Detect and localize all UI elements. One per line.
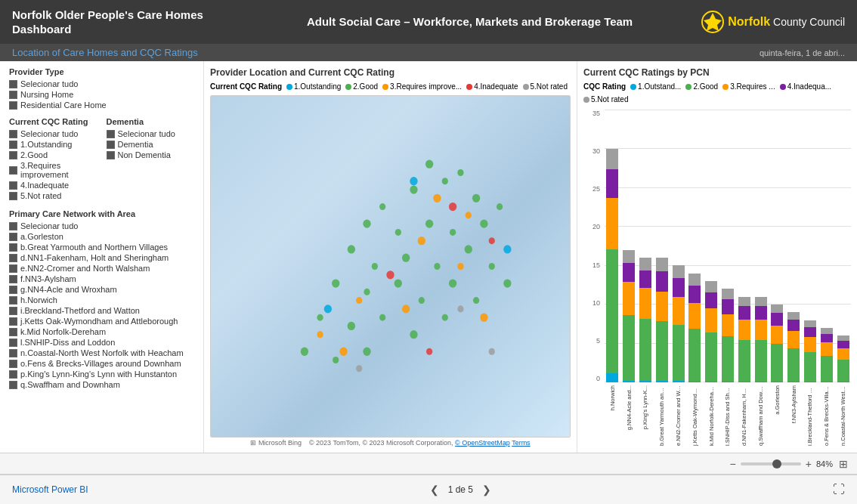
- filter-panel: Provider Type Selecionar tudo Nursing Ho…: [0, 61, 204, 453]
- cb[interactable]: [9, 151, 17, 159]
- pcn-fens[interactable]: o.Fens & Brecks-Villages around Downham: [9, 359, 194, 368]
- pcn-norwich[interactable]: h.Norwich: [9, 295, 194, 305]
- map-panel: Provider Location and Current CQC Rating…: [204, 61, 577, 453]
- cb[interactable]: [9, 317, 17, 326]
- y-label-10: 10: [592, 299, 600, 307]
- cqc-inadequate[interactable]: 4.Inadequate: [9, 181, 97, 190]
- cb[interactable]: [9, 360, 17, 368]
- cb[interactable]: [9, 243, 17, 252]
- pcn-nn3[interactable]: f.NN3-Aylsham: [9, 274, 194, 283]
- openstreetmap-link[interactable]: © OpenStreetMap: [455, 439, 510, 447]
- pcn-item-label: f.NN3-Aylsham: [20, 274, 76, 283]
- chart-legend-outstanding: 1.Outstand...: [630, 82, 681, 91]
- cb[interactable]: [9, 275, 17, 283]
- pcn-nn2[interactable]: e.NN2-Cromer and North Walsham: [9, 264, 194, 273]
- cb[interactable]: [9, 141, 17, 149]
- cb[interactable]: [107, 151, 115, 159]
- pcn-snhip[interactable]: l.SNHIP-Diss and Loddon: [9, 338, 194, 347]
- cb[interactable]: [9, 222, 17, 230]
- cb[interactable]: [9, 339, 17, 347]
- powerbi-link[interactable]: Microsoft Power BI: [12, 484, 88, 495]
- cb[interactable]: [9, 370, 17, 379]
- zoom-slider[interactable]: [741, 462, 801, 465]
- cb[interactable]: [107, 141, 115, 149]
- fullscreen-button[interactable]: ⛶: [833, 483, 845, 496]
- zoom-in-button[interactable]: +: [804, 458, 813, 470]
- cb[interactable]: [9, 233, 17, 241]
- pcn-breckland[interactable]: i.Breckland-Thetford and Watton: [9, 306, 194, 315]
- fit-screen-button[interactable]: ⊞: [839, 458, 848, 470]
- outstanding-dot: [286, 84, 292, 90]
- cqc-good[interactable]: 2.Good: [9, 150, 97, 159]
- bar-segment: [738, 306, 750, 320]
- x-axis-label: l.SNHIP-Diss and Sheringham: [720, 382, 736, 447]
- cb[interactable]: [9, 192, 17, 200]
- svg-point-8: [395, 229, 401, 236]
- cb[interactable]: [9, 264, 17, 273]
- pcn-coastal[interactable]: n.Coastal-North West Norfolk with Heacha…: [9, 348, 194, 357]
- bar-group: [621, 110, 637, 382]
- dementia-all[interactable]: Selecionar tudo: [107, 129, 195, 138]
- chart-not-rated-dot: [583, 97, 589, 103]
- cb[interactable]: [9, 307, 17, 315]
- cqc-not-rated[interactable]: 5.Not rated: [9, 191, 97, 200]
- x-axis-label: h.Norwich: [605, 382, 620, 447]
- bar-segment: [804, 337, 816, 352]
- zoom-out-button[interactable]: −: [729, 458, 738, 470]
- dementia-no[interactable]: Non Dementia: [107, 150, 195, 159]
- cb[interactable]: [9, 328, 17, 336]
- cqc-all[interactable]: Selecionar tudo: [9, 129, 97, 138]
- terms-link[interactable]: Terms: [512, 439, 531, 447]
- checkbox-nursing[interactable]: [9, 91, 17, 99]
- dementia-yes[interactable]: Dementia: [107, 140, 195, 149]
- filter-item-all-provider[interactable]: Selecionar tudo: [9, 79, 194, 88]
- x-axis-label: f.NN3-Aylsham: [786, 382, 802, 447]
- bar-segment: [787, 331, 800, 348]
- bar-stack: [639, 258, 651, 382]
- bar-segment: [821, 334, 833, 343]
- cb[interactable]: [9, 286, 17, 294]
- pcn-kings-lynn[interactable]: p.King's Lynn-King's Lynn with Hunstanto…: [9, 369, 194, 379]
- dementia-item-label: Dementia: [118, 140, 153, 149]
- date-display: quinta-feira, 1 de abri...: [760, 48, 845, 57]
- bar-segment: [804, 320, 816, 327]
- chart-requires-label: 3.Requires ...: [730, 82, 775, 91]
- pcn-all[interactable]: Selecionar tudo: [9, 221, 194, 230]
- cb[interactable]: [9, 181, 17, 190]
- header-center: Adult Social Care – Workforce, Markets a…: [239, 14, 701, 29]
- checkbox-residential[interactable]: [9, 101, 17, 110]
- svg-point-13: [348, 245, 355, 253]
- x-label-text: e.NN2-Cromer and Walsham: [675, 385, 682, 446]
- cqc-requires[interactable]: 3.Requires improvement: [9, 161, 97, 179]
- pcn-swaffham[interactable]: q.Swaffham and Downham: [9, 380, 194, 389]
- svg-point-25: [503, 279, 511, 287]
- cqc-outstanding[interactable]: 1.Outstanding: [9, 140, 97, 149]
- filter-item-nursing[interactable]: Nursing Home: [9, 90, 194, 99]
- y-label-0: 0: [596, 375, 600, 382]
- pcn-ketts[interactable]: j.Ketts Oak-Wymondham and Attleborough: [9, 317, 194, 326]
- cb[interactable]: [9, 296, 17, 305]
- svg-point-19: [332, 279, 339, 287]
- cb[interactable]: [9, 130, 17, 138]
- next-page-button[interactable]: ❯: [479, 484, 494, 496]
- pcn-mid-norfolk[interactable]: k.Mid Norfolk-Dereham: [9, 327, 194, 336]
- cb[interactable]: [9, 349, 17, 357]
- filter-item-residential[interactable]: Residential Care Home: [9, 100, 194, 110]
- prev-page-button[interactable]: ❮: [427, 484, 442, 496]
- map-area[interactable]: [210, 95, 571, 438]
- pcn-nn1[interactable]: d.NN1-Fakenham, Holt and Sheringham: [9, 253, 194, 262]
- cb[interactable]: [9, 166, 17, 175]
- pcn-gorleston[interactable]: a.Gorleston: [9, 232, 194, 241]
- bar-segment: [755, 306, 767, 320]
- checkbox-all-provider[interactable]: [9, 80, 17, 88]
- pcn-nn4[interactable]: g.NN4-Acle and Wroxham: [9, 285, 194, 294]
- cb[interactable]: [9, 254, 17, 262]
- svg-point-31: [301, 348, 308, 356]
- cb[interactable]: [9, 381, 17, 389]
- cb[interactable]: [107, 130, 115, 138]
- pcn-yarmouth[interactable]: b.Great Yarmouth and Northern Villages: [9, 243, 194, 252]
- bar-segment: [623, 282, 635, 315]
- bar-group: [736, 110, 752, 382]
- x-label-text: p.King's Lynn-K...: [642, 385, 648, 429]
- bar-group: [654, 110, 670, 382]
